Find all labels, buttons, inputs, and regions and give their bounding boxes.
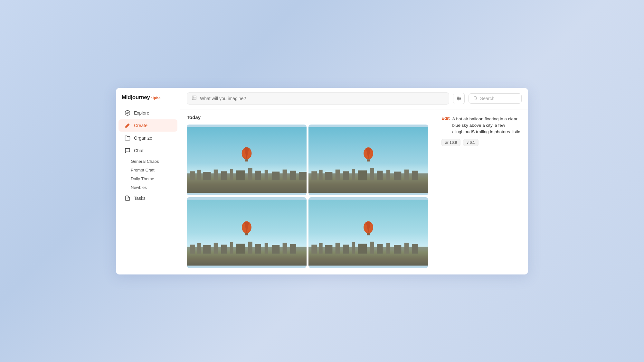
- svg-rect-90: [367, 233, 370, 235]
- svg-rect-24: [255, 171, 261, 180]
- search-label: Search: [480, 96, 494, 101]
- sidebar-item-chat-label: Chat: [134, 148, 144, 153]
- svg-rect-58: [197, 243, 201, 254]
- svg-rect-78: [325, 245, 332, 254]
- chat-subitem-daily-theme[interactable]: Daily Theme: [128, 174, 177, 183]
- svg-rect-29: [299, 172, 307, 180]
- detail-tag-ar: ar 16:9: [441, 139, 460, 146]
- logo-title: Midjourney: [122, 94, 150, 100]
- svg-rect-77: [319, 243, 323, 254]
- wand-icon: [124, 122, 131, 129]
- svg-rect-16: [190, 171, 195, 180]
- svg-rect-25: [265, 170, 268, 180]
- svg-point-0: [125, 110, 130, 115]
- svg-rect-82: [358, 244, 367, 254]
- svg-rect-42: [343, 171, 349, 180]
- svg-rect-61: [221, 245, 227, 254]
- edit-button[interactable]: Edit: [441, 116, 450, 121]
- svg-rect-52: [367, 159, 370, 162]
- sidebar-item-chat[interactable]: Chat: [118, 144, 177, 157]
- gallery-section: Today: [180, 109, 435, 274]
- svg-rect-83: [370, 241, 374, 253]
- filter-button[interactable]: [453, 93, 465, 104]
- svg-rect-49: [404, 169, 409, 180]
- svg-rect-19: [214, 169, 218, 180]
- detail-tags: ar 16:9 v 6.1: [441, 139, 522, 146]
- chat-icon: [124, 147, 131, 154]
- sidebar-item-tasks[interactable]: Tasks: [118, 192, 177, 204]
- svg-rect-18: [203, 172, 211, 180]
- svg-rect-87: [404, 243, 409, 253]
- image-icon: [192, 95, 197, 102]
- imagine-input-wrap[interactable]: [187, 92, 449, 105]
- image-card-3[interactable]: [187, 197, 307, 268]
- svg-rect-26: [272, 172, 279, 180]
- detail-panel: Edit A hot air balloon floating in a cle…: [435, 109, 528, 274]
- sidebar-item-explore[interactable]: Explore: [118, 107, 177, 119]
- svg-rect-63: [236, 244, 245, 254]
- svg-rect-47: [386, 170, 390, 180]
- image-grid: [187, 125, 428, 268]
- image-card-2[interactable]: [308, 125, 428, 195]
- sidebar-item-explore-label: Explore: [134, 110, 149, 116]
- svg-rect-88: [412, 244, 418, 254]
- svg-point-11: [458, 99, 459, 100]
- svg-rect-28: [290, 171, 296, 180]
- image-card-4[interactable]: [308, 197, 428, 268]
- section-label: Today: [187, 115, 428, 120]
- svg-rect-81: [352, 242, 355, 253]
- svg-rect-62: [230, 242, 233, 253]
- chat-subitem-general-chaos[interactable]: General Chaos: [128, 157, 177, 166]
- svg-rect-80: [343, 245, 349, 254]
- svg-rect-33: [245, 159, 248, 162]
- svg-rect-85: [386, 243, 390, 254]
- svg-rect-50: [412, 171, 418, 180]
- svg-rect-84: [377, 244, 383, 254]
- svg-rect-20: [221, 171, 227, 180]
- svg-rect-43: [352, 169, 355, 180]
- sidebar-item-create-label: Create: [134, 123, 147, 128]
- chat-submenu: General Chaos Prompt Craft Daily Theme N…: [128, 157, 177, 192]
- svg-rect-68: [283, 243, 287, 253]
- sidebar: Midjourneyalpha Explore Create: [116, 88, 180, 274]
- detail-description: A hot air balloon floating in a clear bl…: [452, 116, 522, 135]
- svg-point-9: [458, 97, 459, 97]
- app-window: Midjourneyalpha Explore Create: [116, 88, 528, 274]
- topbar: Search: [180, 88, 528, 109]
- search-icon: [473, 96, 478, 101]
- svg-rect-38: [311, 171, 317, 180]
- svg-point-10: [459, 98, 460, 99]
- svg-rect-17: [197, 170, 201, 180]
- sidebar-item-create[interactable]: Create: [118, 119, 177, 132]
- svg-rect-65: [255, 244, 261, 254]
- svg-rect-22: [236, 170, 245, 180]
- search-wrap[interactable]: Search: [469, 93, 522, 104]
- svg-rect-21: [230, 169, 233, 180]
- imagine-input[interactable]: [200, 96, 444, 101]
- svg-rect-44: [358, 170, 367, 180]
- svg-rect-27: [283, 169, 287, 180]
- chat-subitem-prompt-craft[interactable]: Prompt Craft: [128, 166, 177, 174]
- chat-subitem-newbies[interactable]: Newbies: [128, 183, 177, 192]
- content-area: Today: [180, 109, 528, 274]
- svg-rect-23: [248, 168, 252, 180]
- svg-rect-86: [394, 245, 401, 254]
- compass-icon: [124, 110, 131, 116]
- folder-icon: [124, 135, 131, 141]
- logo-alpha: alpha: [151, 96, 161, 100]
- svg-marker-1: [127, 112, 128, 114]
- svg-rect-46: [377, 171, 383, 180]
- svg-line-13: [476, 99, 477, 99]
- svg-rect-40: [325, 172, 332, 180]
- sidebar-item-organize[interactable]: Organize: [118, 132, 177, 144]
- svg-rect-76: [311, 245, 317, 254]
- svg-rect-64: [248, 241, 252, 253]
- detail-tag-version: v 6.1: [463, 139, 478, 146]
- nav-section: Explore Create Organize Ch: [116, 107, 180, 268]
- svg-rect-39: [319, 170, 323, 180]
- svg-rect-67: [272, 245, 279, 254]
- svg-rect-57: [190, 245, 195, 254]
- svg-rect-66: [265, 243, 268, 254]
- image-card-1[interactable]: [187, 125, 307, 195]
- svg-rect-79: [336, 243, 340, 253]
